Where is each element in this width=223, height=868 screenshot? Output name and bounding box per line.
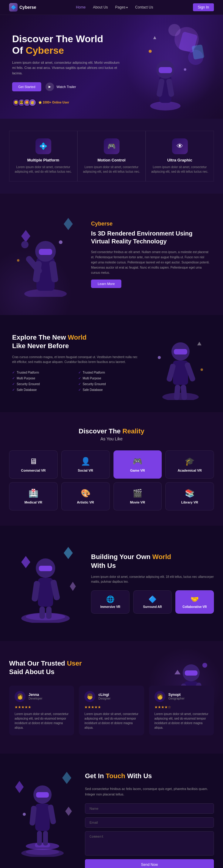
hero-description: Lorem ipsum dolor sit amet, consectetur … (12, 60, 121, 76)
svg-marker-16 (64, 218, 73, 230)
svg-point-2 (168, 24, 181, 36)
checklist-label: Multi Purpose (83, 377, 101, 380)
svg-rect-48 (46, 607, 52, 619)
reality-subheading: As You Like (9, 436, 214, 441)
nav-contact[interactable]: Contact Us (135, 5, 153, 9)
svg-rect-50 (185, 671, 197, 676)
testi-text-2: Lorem ipsum dolor sit amet, consectetur … (154, 712, 209, 730)
testi-role-1: Designer (98, 697, 110, 700)
nav-about[interactable]: About Us (93, 5, 108, 9)
vr-card-movie[interactable]: 🎬 Movie VR (114, 482, 162, 510)
send-button[interactable]: Send Now (85, 859, 214, 868)
feature-desc-platform: Lorem ipsum dolor sit amet, consectetur … (14, 165, 72, 174)
building-card-immersive[interactable]: 🌐 Immersive VR (91, 590, 130, 614)
check-icon: ✓ (78, 376, 81, 380)
vr-card-artistic[interactable]: 🎨 Artistic VR (61, 482, 110, 510)
testi-info-0: Jenna Developer (29, 692, 42, 700)
testi-header-1: 👦 cLingi Designer (84, 691, 138, 702)
nav-home[interactable]: Home (76, 5, 86, 9)
checklist-item: ✓ Security Ensured (12, 382, 72, 386)
svg-marker-13 (153, 36, 156, 39)
check-icon: ✓ (12, 376, 15, 380)
vr-card-game[interactable]: 🎮 Game VR (114, 451, 162, 478)
checklist-item: ✓ Safe Database (12, 388, 72, 392)
svg-point-72 (23, 813, 26, 816)
check-icon: ✓ (78, 382, 81, 386)
svg-marker-62 (65, 807, 72, 816)
testi-name-2: Synopt (168, 692, 185, 697)
check-icon: ✓ (12, 388, 15, 392)
learn-more-button[interactable]: Learn More (91, 280, 121, 288)
logo[interactable]: 🔷 Cyberse (9, 3, 36, 11)
vr-card-library[interactable]: 📚 Library VR (165, 482, 214, 510)
svg-marker-60 (15, 781, 24, 793)
vr-grid: 🖥 Commercial VR 👤 Social VR 🎮 Game VR 🎓 … (9, 451, 214, 510)
feature-card-graphic: 👁 Ultra Graphic Lorem ipsum dolor sit am… (146, 131, 214, 182)
get-started-button[interactable]: Get Started (12, 82, 41, 91)
building-card-surround[interactable]: 🔷 Surround AR (133, 590, 172, 614)
game-vr-label: Game VR (117, 469, 159, 472)
vr-card-medical[interactable]: 🏥 Medical VR (9, 482, 58, 510)
testi-info-2: Synopt Geographer (168, 692, 185, 700)
name-input[interactable] (85, 803, 214, 814)
feature-card-platform: 💠 Multiple Platform Lorem ipsum dolor si… (9, 131, 77, 182)
commercial-vr-label: Commercial VR (12, 469, 54, 472)
check-icon: ✓ (78, 388, 81, 392)
checklist-label: Multi Purpose (17, 377, 35, 380)
about-section: Cyberse Is 3D Rendered Environment Using… (0, 194, 223, 315)
building-card-collaborative[interactable]: 🤝 Collaborative VR (176, 590, 214, 614)
testi-header-2: 🧑 Synopt Geographer (154, 691, 209, 702)
hero-heading: Discover The World Of Cyberse (12, 33, 121, 57)
testi-name-1: cLingi (98, 692, 110, 697)
explore-checklist: ✓ Trusted Platform ✓ Trusted Platform ✓ … (12, 371, 138, 392)
logo-icon: 🔷 (9, 3, 18, 11)
nav-pages[interactable]: Pages (115, 5, 128, 9)
commercial-vr-icon: 🖥 (12, 457, 54, 466)
svg-marker-61 (62, 772, 71, 784)
testimonials-section: What Our Trusted User Said About Us 👩 Je… (0, 641, 223, 753)
svg-point-35 (200, 368, 203, 371)
testi-stars-0: ★★★★★ (14, 705, 69, 709)
email-input[interactable] (85, 817, 214, 828)
vr-card-academical[interactable]: 🎓 Academical VR (165, 451, 214, 478)
feature-desc-graphic: Lorem ipsum dolor sit amet, consectetur … (151, 165, 209, 174)
building-content: Building Your Own World With Us Lorem ip… (91, 553, 214, 613)
testimonials-grid: 👩 Jenna Developer ★★★★★ Lorem ipsum dolo… (9, 686, 214, 735)
testi-header-0: 👩 Jenna Developer (14, 691, 69, 702)
svg-marker-36 (197, 342, 201, 345)
about-description: Sed consectetur frinibus ac elit amet. N… (91, 249, 211, 275)
feature-title-platform: Multiple Platform (14, 158, 72, 162)
artistic-vr-icon: 🎨 (65, 489, 106, 498)
checklist-item: ✓ Safe Database (78, 388, 138, 392)
checklist-label: Trusted Platform (17, 371, 39, 374)
testi-text-0: Lorem ipsum dolor sit amet, consectetur … (14, 712, 69, 730)
vr-card-commercial[interactable]: 🖥 Commercial VR (9, 451, 58, 478)
checklist-label: Security Ensured (83, 382, 106, 386)
building-section: Building Your Own World With Us Lorem ip… (0, 526, 223, 641)
about-illustration (12, 212, 79, 297)
svg-point-38 (26, 613, 65, 620)
feature-title-graphic: Ultra Graphic (151, 158, 209, 162)
watch-trailer-button[interactable]: ▶ Watch Trailer (45, 83, 76, 91)
avatar: 🥳 (29, 99, 36, 106)
svg-rect-71 (43, 831, 48, 845)
contact-heading: Get In Touch With Us (85, 772, 214, 781)
about-3d-graphic (12, 212, 79, 297)
collaborative-vr-icon: 🤝 (179, 595, 211, 603)
contact-3d-graphic (9, 772, 76, 857)
medical-vr-icon: 🏥 (12, 489, 54, 498)
game-vr-icon: 🎮 (117, 457, 159, 466)
hero-avatars: 😊 😎 🤩 🥳 ⭐ 1000+ Online User (12, 99, 121, 106)
movie-vr-label: Movie VR (117, 500, 159, 504)
testi-stars-2: ★★★★☆ (154, 705, 209, 709)
vr-card-social[interactable]: 👤 Social VR (61, 451, 110, 478)
svg-marker-40 (64, 547, 73, 559)
academical-vr-icon: 🎓 (169, 457, 211, 466)
building-cards: 🌐 Immersive VR 🔷 Surround AR 🤝 Collabora… (91, 590, 214, 614)
message-input[interactable] (85, 831, 214, 856)
signin-button[interactable]: Sign In (193, 3, 214, 11)
svg-rect-28 (174, 349, 187, 354)
explore-description: Cras cursus commodo magna, et lorem faug… (12, 355, 138, 365)
hero-stat: ⭐ 1000+ Online User (38, 101, 69, 104)
explore-heading: Explore The New World Like Never Before (12, 333, 138, 350)
